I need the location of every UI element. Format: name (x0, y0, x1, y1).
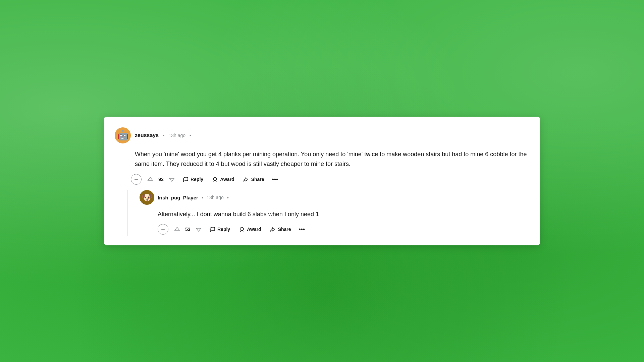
reply-content: 🐶 Irish_pug_Player • 13h ago • Alternati… (133, 190, 529, 236)
reply-award-icon (239, 226, 245, 232)
upvote-button[interactable] (145, 174, 156, 185)
reply-share-icon (270, 226, 276, 232)
reply-more-button[interactable]: ••• (297, 224, 307, 235)
reply-icon (182, 176, 189, 182)
reply-upvote-icon (174, 226, 180, 232)
action-bar: 92 Reply Award (131, 174, 529, 185)
timestamp: 13h ago (168, 133, 185, 138)
comment-header: 🤖 zeussays • 13h ago • (115, 127, 529, 143)
avatar-icon: 🤖 (117, 130, 129, 141)
avatar: 🤖 (115, 127, 131, 143)
reply-upvote-button[interactable] (172, 224, 182, 235)
reply-award-button[interactable]: Award (235, 224, 265, 234)
top-comment: 🤖 zeussays • 13h ago • When you 'mine' w… (115, 127, 529, 186)
reply-minus-icon (161, 227, 165, 232)
svg-rect-2 (161, 229, 165, 230)
svg-rect-0 (135, 179, 138, 180)
reply-collapse-button[interactable] (158, 224, 168, 235)
meta-dot: • (163, 132, 164, 138)
reply-award-label: Award (247, 227, 261, 232)
reply-downvote-button[interactable] (193, 224, 204, 235)
more-button[interactable]: ••• (270, 174, 280, 185)
share-label: Share (251, 177, 264, 182)
reply-share-button[interactable]: Share (267, 224, 294, 234)
username[interactable]: zeussays (135, 132, 159, 138)
award-label: Award (220, 177, 234, 182)
reply-header: 🐶 Irish_pug_Player • 13h ago • (140, 190, 529, 205)
reply-vote-area: 53 (172, 224, 204, 235)
share-button[interactable]: Share (240, 174, 268, 184)
reply-body: Alternatively... I dont wanna build 6 sl… (158, 209, 529, 219)
reply-vote-count: 53 (184, 227, 192, 232)
thread-line (127, 190, 128, 236)
reply-section: 🐶 Irish_pug_Player • 13h ago • Alternati… (123, 190, 529, 236)
downvote-button[interactable] (166, 174, 177, 185)
share-icon (243, 176, 249, 182)
minus-icon (134, 177, 139, 182)
reply-downvote-icon (196, 226, 202, 232)
svg-point-3 (240, 227, 244, 231)
more-dots: ••• (272, 176, 278, 183)
downvote-icon (169, 176, 175, 182)
reply-button[interactable]: Reply (179, 174, 207, 184)
reply-meta-dot: • (202, 195, 203, 200)
svg-point-1 (213, 177, 217, 181)
reply-reply-icon (209, 226, 215, 232)
reply-share-label: Share (278, 227, 291, 232)
award-icon (212, 176, 218, 182)
thread-line-wrapper (123, 190, 133, 236)
reply-action-bar: 53 Reply (158, 224, 529, 235)
reply-reply-label: Reply (217, 227, 230, 232)
reply-more-dots: ••• (299, 226, 305, 233)
vote-area: 92 (145, 174, 177, 185)
comment-card: 🤖 zeussays • 13h ago • When you 'mine' w… (104, 117, 540, 245)
reply-reply-button[interactable]: Reply (206, 224, 233, 234)
comment-body: When you 'mine' wood you get 4 planks pe… (135, 149, 529, 169)
dog-avatar-icon: 🐶 (142, 192, 152, 203)
reply-avatar: 🐶 (140, 190, 154, 205)
meta-dot-2: • (190, 132, 191, 138)
award-button[interactable]: Award (209, 174, 238, 184)
reply-label: Reply (191, 177, 203, 182)
reply-meta-dot-2: • (227, 195, 229, 200)
reply-timestamp: 13h ago (207, 195, 224, 200)
vote-count: 92 (157, 177, 165, 182)
reply-username[interactable]: Irish_pug_Player (158, 195, 198, 200)
collapse-button[interactable] (131, 174, 142, 185)
upvote-icon (147, 176, 153, 182)
